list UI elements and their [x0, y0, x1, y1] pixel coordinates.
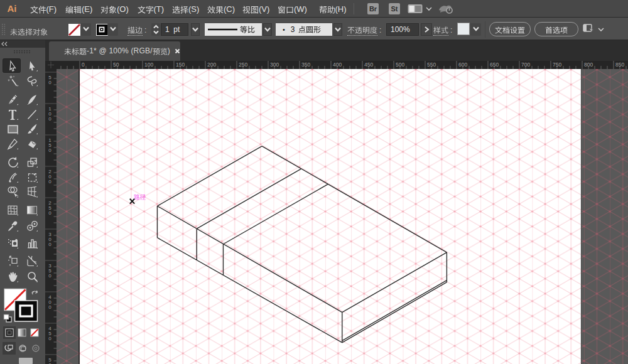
svg-text:0: 0	[48, 179, 51, 185]
svg-text:0: 0	[48, 147, 51, 153]
svg-text:200: 200	[207, 62, 216, 68]
svg-text:400: 400	[333, 62, 342, 68]
svg-text:100: 100	[144, 62, 153, 68]
svg-text:150: 150	[176, 62, 185, 68]
svg-text:750: 750	[553, 62, 561, 68]
svg-text:850: 850	[615, 62, 624, 68]
svg-text:550: 550	[427, 62, 436, 68]
svg-text:450: 450	[364, 62, 373, 68]
svg-text:0: 0	[48, 116, 51, 122]
svg-text:0: 0	[48, 80, 51, 85]
svg-text:600: 600	[458, 62, 467, 68]
svg-text:350: 350	[301, 62, 310, 68]
svg-text:700: 700	[521, 62, 530, 68]
svg-text:300: 300	[270, 62, 279, 68]
svg-text:500: 500	[396, 62, 404, 68]
svg-text:650: 650	[490, 62, 499, 68]
svg-text:0: 0	[48, 304, 51, 310]
svg-text:800: 800	[584, 62, 593, 68]
svg-text:0: 0	[48, 336, 51, 341]
svg-text:0: 0	[48, 242, 51, 247]
svg-text:0: 0	[48, 273, 51, 279]
svg-text:250: 250	[239, 62, 247, 68]
svg-text:50: 50	[113, 62, 119, 68]
svg-text:0: 0	[82, 62, 85, 68]
svg-text:0: 0	[48, 210, 51, 216]
